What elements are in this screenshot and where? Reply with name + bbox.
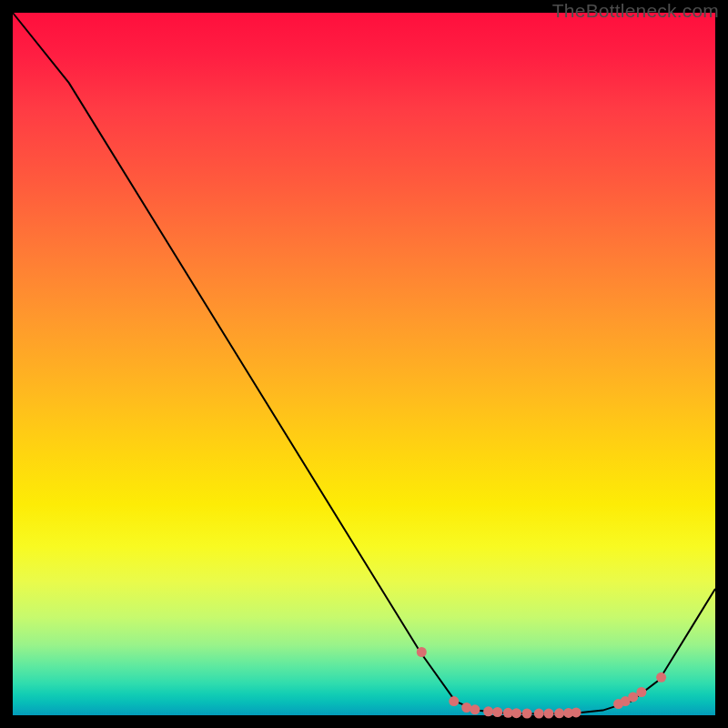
- marker-dot: [522, 709, 532, 719]
- marker-dot: [656, 672, 666, 682]
- marker-dot: [554, 708, 564, 718]
- marker-dot: [636, 687, 646, 697]
- marker-dot: [461, 703, 471, 713]
- bottleneck-curve: [13, 13, 715, 714]
- marker-dot: [544, 709, 554, 719]
- curve-group: [13, 13, 715, 714]
- chart-stage: TheBottleneck.com: [0, 0, 728, 728]
- marker-dot: [470, 704, 480, 714]
- marker-dot: [449, 696, 459, 706]
- watermark-text: TheBottleneck.com: [552, 0, 719, 22]
- marker-dot: [511, 708, 521, 718]
- marker-dot: [571, 707, 581, 717]
- marker-dot: [417, 647, 427, 657]
- marker-dot: [534, 709, 544, 719]
- marker-dot: [628, 692, 638, 702]
- marker-dot: [492, 707, 502, 717]
- chart-overlay: [13, 13, 715, 715]
- markers-group: [417, 647, 666, 719]
- marker-dot: [483, 706, 493, 716]
